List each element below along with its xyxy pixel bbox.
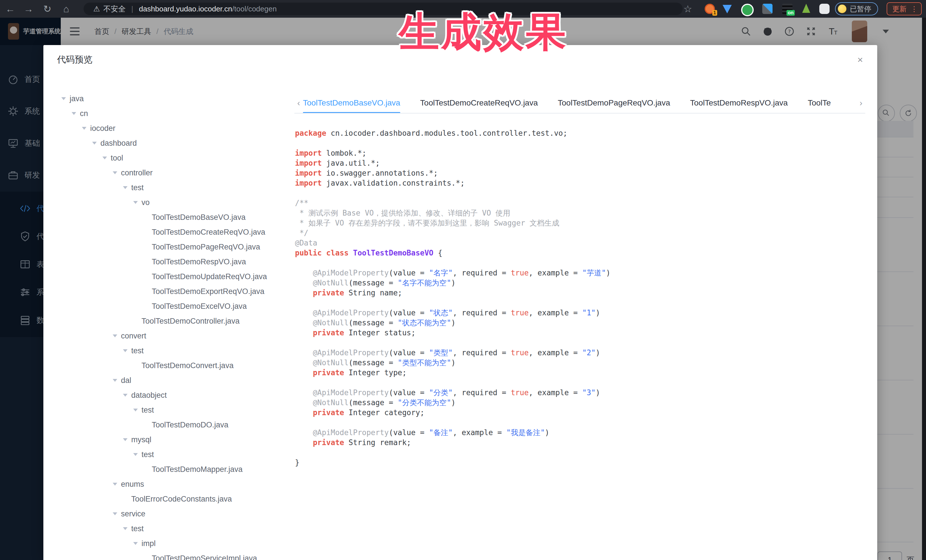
modal-title: 代码预览	[57, 54, 92, 66]
tree-expand-icon[interactable]	[133, 453, 138, 456]
extension-icon-1[interactable]: 1	[705, 4, 715, 14]
extension-icon-3[interactable]	[741, 4, 754, 16]
tree-file[interactable]: ToolTestDemoExportReqVO.java	[61, 284, 292, 299]
tree-expand-icon[interactable]	[123, 527, 127, 530]
extension-icon-5[interactable]: on	[782, 4, 793, 14]
tree-folder[interactable]: dal	[61, 373, 292, 388]
tree-folder[interactable]: impl	[61, 536, 292, 551]
code-line	[295, 418, 860, 428]
tree-folder[interactable]: test	[61, 521, 292, 536]
tab-ToolTestDemoCreateReqVO.java[interactable]: ToolTestDemoCreateReqVO.java	[420, 93, 538, 113]
tree-file[interactable]: ToolTestDemoController.java	[61, 314, 292, 329]
tree-folder[interactable]: cn	[61, 106, 292, 121]
extension-icon-2[interactable]	[723, 5, 732, 14]
code-line: @ApiModelProperty(value = "备注", example …	[295, 428, 860, 438]
code-line: private String remark;	[295, 438, 860, 448]
code-line: private Integer type;	[295, 368, 860, 378]
screenshot-root: ← → ↻ ⌂ ⚠ 不安全 | dashboard.yudao.iocoder.…	[0, 0, 926, 560]
code-line: @ApiModelProperty(value = "状态", required…	[295, 308, 860, 318]
tree-file[interactable]: ToolTestDemoServiceImpl.java	[61, 551, 292, 560]
code-line: import javax.validation.constraints.*;	[295, 178, 860, 188]
code-line: @ApiModelProperty(value = "分类", required…	[295, 388, 860, 398]
tree-expand-icon[interactable]	[61, 97, 66, 100]
browser-menu-dots-icon[interactable]: ⋮	[911, 5, 918, 13]
tree-file[interactable]: ToolTestDemoUpdateReqVO.java	[61, 269, 292, 284]
tree-expand-icon[interactable]	[133, 542, 138, 545]
code-line: package cn.iocoder.dashboard.modules.too…	[295, 128, 860, 138]
tree-folder[interactable]: dataobject	[61, 388, 292, 403]
tree-file[interactable]: ToolTestDemoBaseVO.java	[61, 210, 292, 225]
tree-folder[interactable]: dashboard	[61, 136, 292, 151]
tree-expand-icon[interactable]	[103, 157, 107, 159]
tree-folder[interactable]: test	[61, 180, 292, 195]
tree-expand-icon[interactable]	[133, 409, 138, 411]
tree-expand-icon[interactable]	[113, 512, 117, 515]
file-tabs-bar: ‹ ToolTestDemoBaseVO.javaToolTestDemoCre…	[294, 93, 865, 113]
tree-file[interactable]: ToolTestDemoExcelVO.java	[61, 299, 292, 314]
tree-file[interactable]: ToolTestDemoDO.java	[61, 417, 292, 432]
tree-folder[interactable]: mysql	[61, 432, 292, 447]
tree-folder[interactable]: controller	[61, 165, 292, 180]
tree-folder[interactable]: tool	[61, 151, 292, 165]
code-line: * 如果子 VO 存在差异的字段，请不要添加到这里，影响 Swagger 文档生…	[295, 218, 860, 228]
extension-icon-4[interactable]	[762, 4, 773, 14]
tree-expand-icon[interactable]	[113, 171, 117, 174]
extension-icon-6[interactable]	[802, 4, 810, 13]
code-line: import lombok.*;	[295, 148, 860, 158]
address-bar[interactable]: ⚠ 不安全 | dashboard.yudao.iocoder.cn/tool/…	[83, 3, 682, 15]
tree-folder[interactable]: test	[61, 343, 292, 358]
tree-expand-icon[interactable]	[113, 335, 117, 337]
code-line: /**	[295, 198, 860, 208]
tree-expand-icon[interactable]	[133, 201, 138, 204]
tree-file[interactable]: ToolTestDemoMapper.java	[61, 462, 292, 477]
tree-folder[interactable]: iocoder	[61, 121, 292, 136]
profile-paused-chip[interactable]: 已暂停	[835, 2, 878, 15]
tree-file[interactable]: ToolTestDemoConvert.java	[61, 358, 292, 373]
tab-ToolTe[interactable]: ToolTe	[808, 93, 831, 113]
tree-folder[interactable]: service	[61, 506, 292, 521]
close-icon[interactable]: ×	[857, 55, 863, 65]
code-line: import io.swagger.annotations.*;	[295, 168, 860, 178]
tab-ToolTestDemoRespVO.java[interactable]: ToolTestDemoRespVO.java	[690, 93, 788, 113]
tree-expand-icon[interactable]	[123, 186, 127, 189]
tree-expand-icon[interactable]	[123, 438, 127, 441]
tree-expand-icon[interactable]	[72, 112, 76, 115]
tree-file[interactable]: ToolTestDemoPageReqVO.java	[61, 240, 292, 254]
code-line: }	[295, 457, 860, 468]
url-domain: dashboard.yudao.iocoder.cn	[139, 5, 232, 14]
code-line: public class ToolTestDemoBaseVO {	[295, 248, 860, 258]
tabs-prev-icon[interactable]: ‹	[294, 98, 303, 108]
tree-expand-icon[interactable]	[82, 127, 86, 130]
extensions-puzzle-icon[interactable]	[819, 4, 829, 14]
tree-file[interactable]: ToolTestDemoRespVO.java	[61, 254, 292, 269]
profile-avatar-emoji	[838, 5, 846, 13]
browser-update-button[interactable]: 更新 ⋮	[887, 2, 922, 15]
tree-folder[interactable]: test	[61, 403, 292, 417]
tree-expand-icon[interactable]	[123, 394, 127, 397]
browser-home-icon[interactable]: ⌂	[58, 0, 74, 18]
code-viewer: package cn.iocoder.dashboard.modules.too…	[295, 128, 860, 468]
tree-folder[interactable]: convert	[61, 329, 292, 343]
tree-folder[interactable]: java	[61, 91, 292, 106]
tree-folder[interactable]: vo	[61, 195, 292, 210]
tab-ToolTestDemoBaseVO.java[interactable]: ToolTestDemoBaseVO.java	[303, 93, 400, 113]
browser-reload-icon[interactable]: ↻	[39, 0, 55, 18]
browser-forward-icon[interactable]: →	[21, 0, 36, 18]
tree-file[interactable]: ToolTestDemoCreateReqVO.java	[61, 225, 292, 240]
tree-file[interactable]: ToolErrorCodeConstants.java	[61, 492, 292, 506]
tabs-next-icon[interactable]: ›	[857, 98, 865, 108]
bookmark-star-icon[interactable]: ☆	[680, 0, 696, 18]
tree-expand-icon[interactable]	[113, 483, 117, 486]
tree-expand-icon[interactable]	[113, 379, 117, 382]
tree-folder[interactable]: test	[61, 447, 292, 462]
code-line: */	[295, 228, 860, 238]
tree-expand-icon[interactable]	[123, 349, 127, 352]
tree-folder[interactable]: enums	[61, 477, 292, 492]
tree-expand-icon[interactable]	[92, 142, 97, 145]
code-line: private Integer status;	[295, 328, 860, 338]
tab-ToolTestDemoPageReqVO.java[interactable]: ToolTestDemoPageReqVO.java	[558, 93, 670, 113]
browser-back-icon[interactable]: ←	[2, 0, 18, 18]
code-line: import java.util.*;	[295, 158, 860, 168]
code-line: @ApiModelProperty(value = "名字", required…	[295, 268, 860, 278]
extension-badge: 1	[712, 10, 717, 16]
